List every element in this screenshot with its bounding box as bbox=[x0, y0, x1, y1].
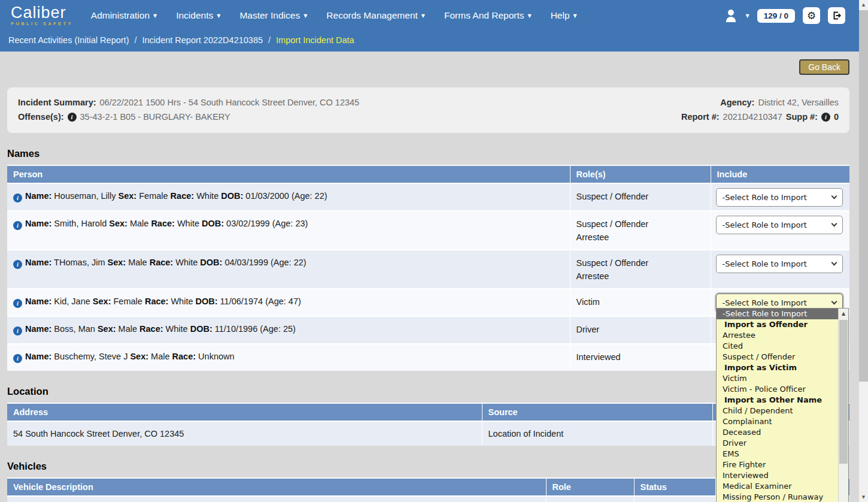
person-info-icon[interactable]: i bbox=[13, 354, 22, 363]
person-info-icon[interactable]: i bbox=[13, 193, 22, 202]
dropdown-option[interactable]: Fire Fighter bbox=[717, 459, 838, 470]
dropdown-option[interactable]: Child / Dependent bbox=[717, 406, 838, 416]
go-back-button[interactable]: Go Back bbox=[799, 59, 849, 75]
person-info-icon[interactable]: i bbox=[13, 299, 22, 308]
dropdown-option[interactable]: Missing Person / Runaway bbox=[717, 492, 838, 502]
dropdown-option[interactable]: Suspect / Offender bbox=[717, 352, 838, 362]
scroll-up-icon[interactable]: ▲ bbox=[859, 0, 868, 10]
chevron-down-icon: ▼ bbox=[304, 13, 307, 19]
logo-title: Caliber bbox=[11, 5, 73, 21]
chevron-down-icon: ▼ bbox=[153, 13, 157, 19]
dropdown-option[interactable]: Medical Examiner bbox=[717, 481, 838, 492]
chevron-down-icon: ▼ bbox=[421, 13, 425, 19]
dropdown-scrollbar-thumb[interactable] bbox=[839, 320, 848, 464]
chevron-down-icon: ▼ bbox=[528, 13, 532, 19]
roles-cell: Suspect / Offender bbox=[570, 183, 711, 211]
role-include-select[interactable]: -Select Role to Import bbox=[716, 255, 843, 273]
person-cell: iName: THomas, Jim Sex: Male Race: White… bbox=[7, 250, 570, 289]
breadcrumb-recent-activities[interactable]: Recent Activities (Initial Report) bbox=[8, 35, 129, 45]
dropdown-option[interactable]: Arrestee bbox=[717, 330, 838, 341]
user-menu-chevron-icon[interactable]: ▼ bbox=[746, 13, 749, 19]
caliber-logo[interactable]: Caliber PUBLIC SAFETY bbox=[11, 5, 73, 26]
dropdown-scroll-up-icon[interactable]: ▲ bbox=[839, 309, 848, 319]
include-cell: -Select Role to Import bbox=[711, 250, 849, 289]
person-info-icon[interactable]: i bbox=[13, 260, 22, 269]
agency-label: Agency: bbox=[720, 98, 754, 107]
import-incident-data-page: Caliber PUBLIC SAFETY Administration▼ In… bbox=[0, 0, 868, 502]
breadcrumb-incident-report[interactable]: Incident Report 2022D4210385 bbox=[142, 35, 263, 45]
vehicles-col-role: Role bbox=[546, 478, 634, 496]
dropdown-scrollbar: ▲ bbox=[838, 309, 848, 502]
vehicle-description-cell: Year: 2019 Make: BMW(BMW) Model: 330CI V… bbox=[7, 496, 546, 502]
vehicles-col-description: Vehicle Description bbox=[7, 478, 546, 496]
notification-count-badge[interactable]: 129 / 0 bbox=[757, 9, 795, 23]
location-col-source: Source bbox=[482, 403, 712, 421]
menu-records-management[interactable]: Records Management▼ bbox=[326, 10, 425, 21]
chevron-down-icon bbox=[831, 193, 837, 199]
roles-cell: Victim bbox=[570, 289, 711, 316]
supp-info-icon[interactable]: i bbox=[821, 113, 830, 122]
dropdown-option[interactable]: Cited bbox=[717, 341, 838, 352]
menu-help[interactable]: Help▼ bbox=[551, 10, 577, 21]
menu-forms-and-reports[interactable]: Forms And Reports▼ bbox=[444, 10, 532, 21]
person-cell: iName: Boss, Man Sex: Male Race: White D… bbox=[7, 316, 570, 344]
user-icon[interactable] bbox=[724, 9, 738, 22]
dropdown-option[interactable]: -Select Role to Import bbox=[717, 309, 838, 319]
include-cell: -Select Role to Import bbox=[711, 211, 849, 250]
supp-number-value: 0 bbox=[834, 112, 839, 122]
role-import-dropdown: -Select Role to ImportImport as Offender… bbox=[716, 308, 849, 502]
chevron-down-icon bbox=[831, 221, 837, 227]
chevron-down-icon: ▼ bbox=[573, 13, 577, 19]
person-info-icon[interactable]: i bbox=[13, 221, 22, 230]
table-row: iName: Houseman, Lilly Sex: Female Race:… bbox=[7, 183, 849, 211]
scroll-down-icon[interactable]: ▼ bbox=[859, 492, 868, 502]
source-cell: Location of Incident bbox=[482, 421, 712, 446]
vehicle-status-cell: None bbox=[634, 496, 715, 502]
chevron-down-icon bbox=[831, 260, 837, 266]
gear-icon: ⚙ bbox=[807, 11, 816, 21]
page-scrollbar-thumb[interactable] bbox=[859, 10, 868, 382]
dropdown-option[interactable]: Victim - Police Officer bbox=[717, 384, 838, 395]
incident-summary-value: 06/22/2021 1500 Hrs - 54 South Hancock S… bbox=[100, 98, 360, 107]
logout-button[interactable] bbox=[828, 7, 845, 24]
roles-cell: Suspect / OffenderArrestee bbox=[570, 250, 711, 289]
menu-administration[interactable]: Administration▼ bbox=[91, 10, 157, 21]
main-menu: Administration▼ Incidents▼ Master Indice… bbox=[91, 10, 577, 21]
breadcrumb-import-incident-data: Import Incident Data bbox=[276, 35, 354, 45]
dropdown-option[interactable]: Victim bbox=[717, 373, 838, 384]
dropdown-option[interactable]: Complainant bbox=[717, 416, 838, 427]
menu-master-indices[interactable]: Master Indices▼ bbox=[239, 10, 307, 21]
breadcrumb: Recent Activities (Initial Report) / Inc… bbox=[0, 30, 868, 50]
names-col-roles: Role(s) bbox=[570, 165, 711, 183]
dropdown-option[interactable]: EMS bbox=[717, 449, 838, 459]
roles-cell: Suspect / OffenderArrestee bbox=[570, 211, 711, 250]
settings-button[interactable]: ⚙ bbox=[803, 7, 820, 24]
breadcrumb-separator: / bbox=[134, 35, 136, 45]
agency-value: District 42, Versailles bbox=[758, 98, 839, 107]
roles-cell: Interviewed bbox=[570, 344, 711, 371]
offenses-label: Offense(s): bbox=[18, 112, 64, 122]
top-navigation-bar: Caliber PUBLIC SAFETY Administration▼ In… bbox=[0, 0, 868, 52]
logo-subtitle: PUBLIC SAFETY bbox=[11, 22, 73, 26]
role-include-select[interactable]: -Select Role to Import bbox=[716, 216, 843, 234]
report-number-label: Report #: bbox=[681, 112, 720, 122]
person-cell: iName: Houseman, Lilly Sex: Female Race:… bbox=[7, 183, 570, 211]
dropdown-option[interactable]: Driver bbox=[717, 438, 838, 449]
chevron-down-icon bbox=[831, 299, 837, 305]
menu-incidents[interactable]: Incidents▼ bbox=[176, 10, 220, 21]
page-scrollbar: ▲ ▼ bbox=[859, 0, 868, 502]
offense-value: 35-43-2-1 B05 - BURGLARY- BAKERY bbox=[80, 112, 230, 122]
dropdown-option: Import as Other Name bbox=[717, 395, 838, 406]
report-number-value: 2021D4210347 bbox=[723, 112, 782, 122]
person-cell: iName: Smith, Harold Sex: Male Race: Whi… bbox=[7, 211, 570, 250]
person-cell: iName: Buschemy, Steve J Sex: Male Race:… bbox=[7, 344, 570, 371]
location-col-address: Address bbox=[7, 403, 482, 421]
supp-number-label: Supp #: bbox=[786, 112, 818, 122]
role-include-select[interactable]: -Select Role to Import bbox=[716, 188, 843, 207]
offense-info-icon[interactable]: i bbox=[68, 113, 77, 122]
person-info-icon[interactable]: i bbox=[13, 326, 22, 335]
dropdown-option[interactable]: Deceased bbox=[717, 427, 838, 438]
dropdown-option[interactable]: Interviewed bbox=[717, 470, 838, 481]
address-cell: 54 South Hancock Street Denver, CO 12345 bbox=[7, 421, 482, 446]
dropdown-option: Import as Victim bbox=[717, 362, 838, 373]
